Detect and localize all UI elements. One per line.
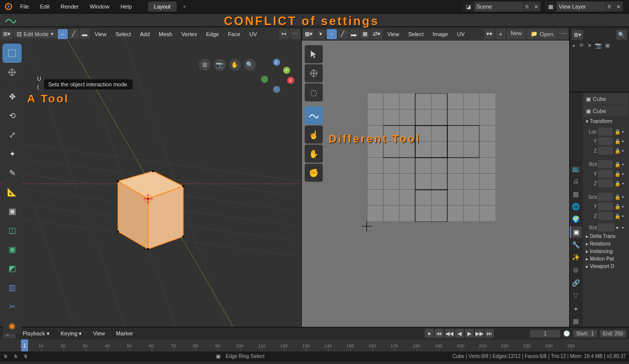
scene-name-input[interactable] xyxy=(474,2,523,12)
x-axis-icon[interactable]: X xyxy=(287,77,294,84)
overlay-visibility-icon[interactable]: ⊞ xyxy=(199,59,211,71)
object-name-field[interactable]: ▣ Cube xyxy=(584,105,628,116)
tool-knife[interactable]: ✂ xyxy=(3,297,21,315)
editor-type-dropdown[interactable]: ⊞▾ xyxy=(1,29,13,39)
uv-face-mode[interactable]: ▬ xyxy=(349,29,359,39)
view-menu[interactable]: View xyxy=(91,30,111,39)
scene-selector[interactable]: ◪ ⎘ ✕ xyxy=(462,2,541,12)
uv-editor-type-dropdown[interactable]: ▦▾ xyxy=(303,29,315,39)
uv-edge-mode[interactable]: ╱ xyxy=(338,29,348,39)
tool-select-box[interactable] xyxy=(3,44,21,62)
relations-panel[interactable]: ▸ Relations xyxy=(584,240,628,248)
lock-icon[interactable]: 🔒 xyxy=(614,181,621,186)
uv-tool-cursor[interactable] xyxy=(305,64,323,82)
tool-rotate[interactable]: ⟲ xyxy=(3,106,21,125)
tool-polybuild[interactable]: ◉ xyxy=(3,316,21,334)
tab-data[interactable]: ▽ xyxy=(570,290,582,301)
workspace-add-tab[interactable]: + xyxy=(180,4,190,10)
tab-material[interactable]: ● xyxy=(570,302,582,314)
lock-icon[interactable]: 🔒 xyxy=(614,129,621,135)
viewlayer-name-input[interactable] xyxy=(557,2,605,12)
lock-icon[interactable]: 🔒 xyxy=(614,139,621,144)
marker-menu[interactable]: Marker xyxy=(112,329,137,338)
tab-constraints[interactable]: 🔗 xyxy=(570,277,582,289)
keying-menu[interactable]: Keying ▾ xyxy=(57,329,86,338)
timeline-view-menu[interactable]: View xyxy=(89,329,109,338)
auto-key-toggle[interactable]: ● xyxy=(425,329,434,338)
tab-object[interactable]: ▣ xyxy=(570,226,582,238)
tool-move[interactable]: ✥ xyxy=(3,87,21,105)
uv-canvas[interactable] xyxy=(302,41,570,327)
uv-menu[interactable]: UV xyxy=(245,30,261,39)
lock-icon[interactable]: 🔒 xyxy=(614,162,621,167)
tab-output[interactable]: 🖨 xyxy=(570,175,582,187)
tab-render[interactable]: 📺 xyxy=(570,163,582,174)
eye-icon[interactable]: 👁 xyxy=(579,42,584,49)
tool-inset[interactable]: ▣ xyxy=(3,240,21,258)
start-frame-field[interactable]: Start: 1 xyxy=(573,330,597,337)
current-frame-field[interactable]: 1 xyxy=(530,330,560,337)
tab-physics[interactable]: ⚙ xyxy=(570,265,582,276)
loc-x-field[interactable] xyxy=(598,128,613,136)
viewlayer-delete-button[interactable]: ✕ xyxy=(614,2,623,12)
play-reverse-button[interactable]: ◀ xyxy=(455,329,464,338)
vertex-menu[interactable]: Vertex xyxy=(177,30,201,39)
uv-tool-transform[interactable]: ◌ xyxy=(305,83,323,101)
pan-icon[interactable]: ✋ xyxy=(229,59,241,71)
scene-new-button[interactable]: ⎘ xyxy=(523,2,532,12)
select-menu[interactable]: Select xyxy=(111,30,135,39)
tab-viewlayer[interactable]: ▦ xyxy=(570,188,582,200)
tool-add-cube[interactable]: ▣ xyxy=(3,202,21,220)
image-link-dropdown[interactable]: ▾▾ xyxy=(484,29,494,39)
tab-scene[interactable]: 🌐 xyxy=(570,201,582,212)
outliner-expand-icon[interactable]: ▸ xyxy=(573,42,576,49)
uv-header-overflow[interactable]: ⋯ xyxy=(558,29,568,39)
prev-key-button[interactable]: ◀◀ xyxy=(445,329,454,338)
next-key-button[interactable]: ▶▶ xyxy=(475,329,484,338)
jump-end-button[interactable]: ⏭ xyxy=(485,329,494,338)
tab-particles[interactable]: ✨ xyxy=(570,252,582,263)
render-icon[interactable]: ▣ xyxy=(605,42,610,49)
face-menu[interactable]: Face xyxy=(224,30,244,39)
timeline-ruler[interactable]: 1 11020304050607080901001101201301401501… xyxy=(0,339,629,351)
menu-render[interactable]: Render xyxy=(56,2,84,12)
tool-measure[interactable]: 📐 xyxy=(3,183,21,201)
camera-icon[interactable]: 📷 xyxy=(595,42,602,49)
uv-sync-toggle[interactable]: ⇄▾ xyxy=(371,29,383,39)
viewport-display-panel[interactable]: ▸ Viewport D xyxy=(584,263,628,270)
uv-mode-dropdown[interactable]: ▾ xyxy=(316,29,326,39)
tool-annotate[interactable]: ✎ xyxy=(3,164,21,182)
edge-select-mode[interactable]: ╱ xyxy=(69,29,79,39)
transform-panel-header[interactable]: ▾ Transform xyxy=(584,117,628,125)
play-button[interactable]: ▶ xyxy=(465,329,474,338)
rot-y-field[interactable] xyxy=(598,170,613,178)
zoom-icon[interactable]: 🔍 xyxy=(244,59,256,71)
tool-extrude[interactable]: ◫ xyxy=(3,221,21,239)
tool-cursor[interactable] xyxy=(3,63,21,81)
axis-gizmo[interactable]: Z Y X xyxy=(259,59,294,94)
uv-image-menu[interactable]: Image xyxy=(429,30,452,39)
lock-icon[interactable]: 🔒 xyxy=(614,171,621,177)
add-menu[interactable]: Add xyxy=(136,30,154,39)
vertex-select-mode[interactable]: ▫ xyxy=(58,29,68,39)
tool-transform[interactable]: ✦ xyxy=(3,145,21,163)
sca-z-field[interactable] xyxy=(598,212,613,220)
menu-window[interactable]: Window xyxy=(85,2,114,12)
tab-texture[interactable]: ▦ xyxy=(570,315,582,327)
tool-bevel[interactable]: ◩ xyxy=(3,259,21,277)
end-frame-field[interactable]: End: 250 xyxy=(600,330,626,337)
lock-icon[interactable]: 🔒 xyxy=(614,194,621,200)
y-axis-icon[interactable]: Y xyxy=(283,67,290,74)
loc-z-field[interactable] xyxy=(598,147,613,155)
uv-tool-grab[interactable]: ☝ xyxy=(305,126,323,144)
loc-y-field[interactable] xyxy=(598,137,613,145)
uv-vert-mode[interactable]: ▫ xyxy=(327,29,337,39)
sca-y-field[interactable] xyxy=(598,202,613,210)
neg-y-axis-icon[interactable] xyxy=(261,76,268,83)
uv-select-menu[interactable]: Select xyxy=(404,30,428,39)
neg-z-axis-icon[interactable] xyxy=(273,86,280,93)
snap-dropdown[interactable]: ⌖▾ xyxy=(279,29,289,39)
lock-icon[interactable]: 🔒 xyxy=(614,148,621,154)
arrow-icon[interactable]: ➤ xyxy=(587,42,592,49)
menu-help[interactable]: Help xyxy=(115,2,137,12)
